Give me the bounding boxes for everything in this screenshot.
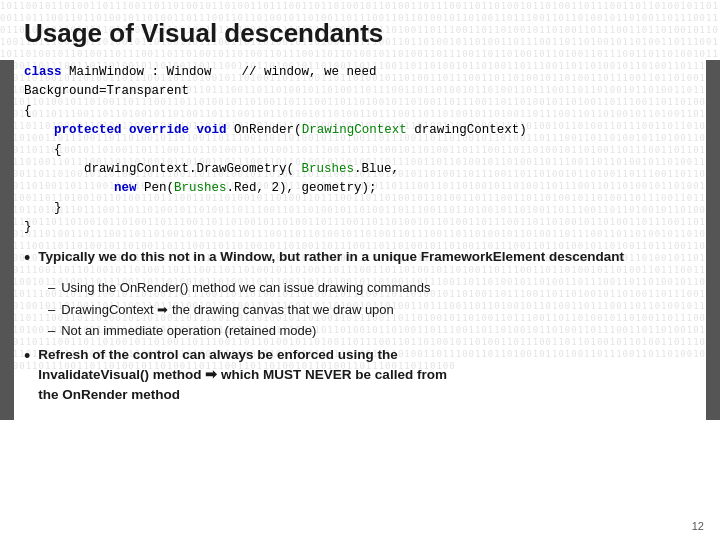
sub-bullet-text-1: Using the OnRender() method we can issue… <box>61 278 430 298</box>
keyword-override: override <box>129 123 189 137</box>
page-number: 12 <box>692 520 704 532</box>
keyword-new: new <box>114 181 137 195</box>
code-line-3: { <box>24 102 696 121</box>
bullet-dot-1: • <box>24 245 30 272</box>
code-block: class MainWindow : Window // window, we … <box>24 63 696 237</box>
sub-bullets: – Using the OnRender() method we can iss… <box>48 278 696 341</box>
code-line-7: new Pen(Brushes.Red, 2), geometry); <box>24 179 696 198</box>
sub-bullet-3: – Not an immediate operation (retained m… <box>48 321 696 341</box>
sub-dash-1: – <box>48 278 55 298</box>
bullet-section: • Typically we do this not in a Window, … <box>24 247 696 405</box>
code-line-6: drawingContext.DrawGeometry( Brushes.Blu… <box>24 160 696 179</box>
keyword-protected: protected <box>54 123 122 137</box>
code-line-5: { <box>24 141 696 160</box>
code-line-4: protected override void OnRender(Drawing… <box>24 121 696 140</box>
sub-bullet-1: – Using the OnRender() method we can iss… <box>48 278 696 298</box>
main-content: Usage of Visual descendants class MainWi… <box>0 0 720 424</box>
code-param-name: drawingContext) <box>407 123 527 137</box>
code-method-name: OnRender( <box>234 123 302 137</box>
sub-bullet-text-3: Not an immediate operation (retained mod… <box>61 321 316 341</box>
code-basetype: Window <box>167 65 212 79</box>
code-brushes-blue: Brushes <box>302 162 355 176</box>
sub-bullet-text-2: DrawingContext ➡ the drawing canvas that… <box>61 300 394 320</box>
code-brushes-red: Brushes <box>174 181 227 195</box>
bullet-text-2: Refresh of the control can always be enf… <box>38 345 447 406</box>
sub-bullet-2: – DrawingContext ➡ the drawing canvas th… <box>48 300 696 320</box>
bullet-item-1: • Typically we do this not in a Window, … <box>24 247 696 272</box>
code-line-8: } <box>24 199 696 218</box>
right-decoration <box>706 60 720 420</box>
code-line-1: class MainWindow : Window // window, we … <box>24 63 696 82</box>
code-comment: // window, we need <box>242 65 377 79</box>
code-classname: MainWindow <box>69 65 144 79</box>
code-line-9: } <box>24 218 696 237</box>
code-param-type: DrawingContext <box>302 123 407 137</box>
keyword-class: class <box>24 65 62 79</box>
sub-dash-2: – <box>48 300 55 320</box>
bullet-dot-2: • <box>24 343 30 370</box>
code-background: Background=Transparent <box>24 84 189 98</box>
bullet-text-1: Typically we do this not in a Window, bu… <box>38 247 624 267</box>
keyword-void: void <box>197 123 227 137</box>
left-decoration <box>0 60 14 420</box>
bullet-item-2: • Refresh of the control can always be e… <box>24 345 696 406</box>
sub-dash-3: – <box>48 321 55 341</box>
page-title: Usage of Visual descendants <box>24 18 696 49</box>
code-line-2: Background=Transparent <box>24 82 696 101</box>
